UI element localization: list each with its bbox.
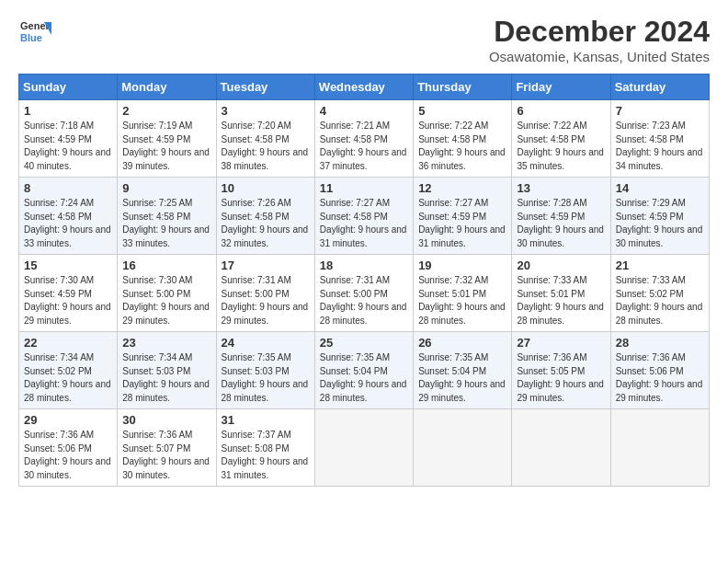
day-detail: Sunrise: 7:33 AMSunset: 5:02 PMDaylight:… (616, 275, 703, 326)
day-detail: Sunrise: 7:36 AMSunset: 5:06 PMDaylight:… (616, 352, 703, 403)
day-number: 21 (616, 259, 704, 272)
day-number: 24 (222, 336, 310, 350)
day-number: 17 (222, 259, 310, 272)
day-detail: Sunrise: 7:18 AMSunset: 4:59 PMDaylight:… (24, 121, 111, 171)
day-number: 12 (418, 181, 506, 195)
col-saturday: Saturday (610, 75, 709, 100)
day-detail: Sunrise: 7:35 AMSunset: 5:04 PMDaylight:… (418, 352, 506, 403)
day-number: 31 (222, 413, 310, 427)
day-detail: Sunrise: 7:27 AMSunset: 4:59 PMDaylight:… (418, 198, 506, 248)
table-row: 25Sunrise: 7:35 AMSunset: 5:04 PMDayligh… (314, 332, 413, 409)
day-detail: Sunrise: 7:21 AMSunset: 4:58 PMDaylight:… (320, 121, 407, 171)
table-row: 29Sunrise: 7:36 AMSunset: 5:06 PMDayligh… (19, 409, 118, 487)
day-number: 20 (517, 259, 605, 272)
table-row: 4Sunrise: 7:21 AMSunset: 4:58 PMDaylight… (314, 100, 413, 178)
day-number: 18 (320, 259, 408, 272)
day-detail: Sunrise: 7:25 AMSunset: 4:58 PMDaylight:… (122, 198, 210, 248)
day-number: 23 (122, 336, 210, 350)
day-detail: Sunrise: 7:35 AMSunset: 5:03 PMDaylight:… (222, 352, 309, 403)
day-number: 3 (222, 104, 310, 118)
table-row: 11Sunrise: 7:27 AMSunset: 4:58 PMDayligh… (314, 178, 413, 255)
page-container: General Blue December 2024 Osawatomie, K… (0, 0, 728, 496)
header: General Blue December 2024 Osawatomie, K… (18, 15, 710, 64)
col-wednesday: Wednesday (314, 75, 413, 100)
day-detail: Sunrise: 7:36 AMSunset: 5:07 PMDaylight:… (122, 430, 210, 480)
table-row: 1Sunrise: 7:18 AMSunset: 4:59 PMDaylight… (19, 100, 118, 178)
day-detail: Sunrise: 7:34 AMSunset: 5:02 PMDaylight:… (24, 352, 111, 403)
day-number: 22 (24, 336, 112, 350)
table-row: 31Sunrise: 7:37 AMSunset: 5:08 PMDayligh… (216, 409, 314, 487)
day-number: 25 (320, 336, 408, 350)
table-row: 27Sunrise: 7:36 AMSunset: 5:05 PMDayligh… (512, 332, 610, 409)
day-detail: Sunrise: 7:29 AMSunset: 4:59 PMDaylight:… (616, 198, 703, 248)
table-row: 6Sunrise: 7:22 AMSunset: 4:58 PMDaylight… (512, 100, 610, 178)
day-number: 9 (122, 181, 210, 195)
day-detail: Sunrise: 7:24 AMSunset: 4:58 PMDaylight:… (24, 198, 111, 248)
table-row: 23Sunrise: 7:34 AMSunset: 5:03 PMDayligh… (118, 332, 216, 409)
day-number: 27 (517, 336, 605, 350)
day-detail: Sunrise: 7:36 AMSunset: 5:06 PMDaylight:… (24, 430, 111, 480)
logo-icon: General Blue (18, 15, 51, 48)
day-detail: Sunrise: 7:26 AMSunset: 4:58 PMDaylight:… (222, 198, 309, 248)
week-row-1: 1Sunrise: 7:18 AMSunset: 4:59 PMDaylight… (19, 100, 710, 178)
day-number: 13 (517, 181, 605, 195)
col-sunday: Sunday (19, 75, 118, 100)
table-row (314, 409, 413, 487)
day-number: 28 (616, 336, 704, 350)
day-detail: Sunrise: 7:33 AMSunset: 5:01 PMDaylight:… (517, 275, 604, 326)
day-detail: Sunrise: 7:35 AMSunset: 5:04 PMDaylight:… (320, 352, 407, 403)
table-row: 26Sunrise: 7:35 AMSunset: 5:04 PMDayligh… (414, 332, 512, 409)
day-detail: Sunrise: 7:36 AMSunset: 5:05 PMDaylight:… (517, 352, 604, 403)
day-number: 15 (24, 259, 112, 272)
table-row (414, 409, 512, 487)
day-number: 11 (320, 181, 408, 195)
title-block: December 2024 Osawatomie, Kansas, United… (489, 15, 710, 64)
day-detail: Sunrise: 7:31 AMSunset: 5:00 PMDaylight:… (320, 275, 407, 326)
table-row: 18Sunrise: 7:31 AMSunset: 5:00 PMDayligh… (314, 255, 413, 332)
table-row: 7Sunrise: 7:23 AMSunset: 4:58 PMDaylight… (610, 100, 709, 178)
calendar-table: Sunday Monday Tuesday Wednesday Thursday… (18, 74, 710, 487)
col-thursday: Thursday (414, 75, 512, 100)
day-number: 8 (24, 181, 112, 195)
week-row-2: 8Sunrise: 7:24 AMSunset: 4:58 PMDaylight… (19, 178, 710, 255)
day-number: 5 (418, 104, 506, 118)
day-number: 6 (517, 104, 605, 118)
table-row: 22Sunrise: 7:34 AMSunset: 5:02 PMDayligh… (19, 332, 118, 409)
day-number: 30 (122, 413, 210, 427)
day-detail: Sunrise: 7:37 AMSunset: 5:08 PMDaylight:… (222, 430, 309, 480)
table-row: 3Sunrise: 7:20 AMSunset: 4:58 PMDaylight… (216, 100, 314, 178)
day-number: 7 (616, 104, 704, 118)
table-row: 17Sunrise: 7:31 AMSunset: 5:00 PMDayligh… (216, 255, 314, 332)
col-friday: Friday (512, 75, 610, 100)
day-detail: Sunrise: 7:22 AMSunset: 4:58 PMDaylight:… (418, 121, 506, 171)
table-row: 10Sunrise: 7:26 AMSunset: 4:58 PMDayligh… (216, 178, 314, 255)
table-row: 30Sunrise: 7:36 AMSunset: 5:07 PMDayligh… (118, 409, 216, 487)
month-title: December 2024 (489, 15, 710, 49)
table-row (512, 409, 610, 487)
table-row: 5Sunrise: 7:22 AMSunset: 4:58 PMDaylight… (414, 100, 512, 178)
day-detail: Sunrise: 7:32 AMSunset: 5:01 PMDaylight:… (418, 275, 506, 326)
week-row-4: 22Sunrise: 7:34 AMSunset: 5:02 PMDayligh… (19, 332, 710, 409)
table-row: 12Sunrise: 7:27 AMSunset: 4:59 PMDayligh… (414, 178, 512, 255)
day-number: 26 (418, 336, 506, 350)
day-detail: Sunrise: 7:20 AMSunset: 4:58 PMDaylight:… (222, 121, 309, 171)
day-number: 19 (418, 259, 506, 272)
logo: General Blue (18, 15, 55, 48)
day-number: 10 (222, 181, 310, 195)
header-row: Sunday Monday Tuesday Wednesday Thursday… (19, 75, 710, 100)
table-row: 13Sunrise: 7:28 AMSunset: 4:59 PMDayligh… (512, 178, 610, 255)
day-detail: Sunrise: 7:23 AMSunset: 4:58 PMDaylight:… (616, 121, 703, 171)
table-row: 16Sunrise: 7:30 AMSunset: 5:00 PMDayligh… (118, 255, 216, 332)
day-number: 16 (122, 259, 210, 272)
table-row (610, 409, 709, 487)
day-detail: Sunrise: 7:31 AMSunset: 5:00 PMDaylight:… (222, 275, 309, 326)
day-number: 14 (616, 181, 704, 195)
day-detail: Sunrise: 7:30 AMSunset: 5:00 PMDaylight:… (122, 275, 210, 326)
day-detail: Sunrise: 7:34 AMSunset: 5:03 PMDaylight:… (122, 352, 210, 403)
day-number: 1 (24, 104, 112, 118)
day-detail: Sunrise: 7:22 AMSunset: 4:58 PMDaylight:… (517, 121, 604, 171)
col-monday: Monday (118, 75, 216, 100)
day-detail: Sunrise: 7:28 AMSunset: 4:59 PMDaylight:… (517, 198, 604, 248)
day-number: 29 (24, 413, 112, 427)
day-detail: Sunrise: 7:19 AMSunset: 4:59 PMDaylight:… (122, 121, 210, 171)
